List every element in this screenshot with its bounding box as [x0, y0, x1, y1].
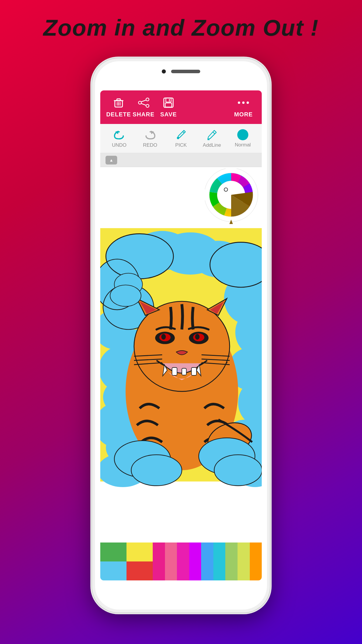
color-wheel-svg: [205, 169, 260, 230]
palette-right-strip: [153, 542, 262, 580]
svg-point-74: [110, 285, 141, 306]
svg-point-8: [146, 104, 149, 107]
collapse-button[interactable]: [106, 156, 117, 164]
color-swatch-blue[interactable]: [201, 542, 213, 580]
svg-point-6: [138, 101, 141, 104]
addline-button[interactable]: AddLine: [196, 129, 227, 148]
redo-icon: [144, 129, 156, 141]
color-swatch-lime[interactable]: [238, 542, 250, 580]
color-swatch-purple[interactable]: [189, 542, 201, 580]
color-palette: [100, 542, 262, 580]
phone-inner: DELETE SHARE: [95, 61, 267, 610]
pick-button[interactable]: PICK: [166, 129, 196, 148]
speaker-slot: [171, 70, 200, 73]
more-icon: [237, 97, 249, 109]
svg-line-21: [183, 132, 184, 133]
more-button[interactable]: MORE: [231, 97, 256, 118]
svg-point-58: [195, 334, 199, 340]
front-camera: [162, 69, 166, 74]
color-swatch-pink1[interactable]: [153, 542, 165, 580]
color-swatch-red[interactable]: [126, 561, 153, 580]
color-swatch-cyan[interactable]: [213, 542, 226, 580]
svg-point-80: [224, 188, 228, 191]
save-icon: [162, 97, 175, 109]
color-swatch-orange[interactable]: [250, 542, 262, 580]
svg-point-16: [242, 102, 245, 104]
trash-icon: [113, 97, 125, 109]
color-swatch-green[interactable]: [100, 542, 126, 561]
collapse-bar: [100, 153, 262, 167]
undo-icon: [113, 129, 125, 141]
save-button[interactable]: SAVE: [156, 97, 181, 118]
toolbar: DELETE SHARE: [100, 90, 262, 124]
screen: DELETE SHARE: [100, 90, 262, 580]
tool-row: UNDO REDO PICK: [100, 124, 262, 153]
svg-line-22: [213, 132, 215, 134]
svg-point-70: [131, 455, 182, 486]
color-swatch-magenta[interactable]: [177, 542, 189, 580]
color-wheel-popup[interactable]: [203, 167, 262, 231]
svg-line-10: [141, 104, 146, 105]
color-swatch-lightgreen[interactable]: [225, 542, 238, 580]
normal-button[interactable]: Normal: [227, 129, 258, 148]
headline: Zoom in and Zoom Out !: [0, 15, 362, 41]
svg-rect-60: [182, 368, 186, 375]
palette-left-grid: [100, 542, 153, 580]
svg-point-15: [238, 102, 240, 104]
svg-rect-2: [117, 99, 120, 101]
color-swatch-lightblue[interactable]: [100, 561, 126, 580]
svg-rect-12: [166, 98, 171, 102]
svg-line-9: [141, 100, 146, 102]
share-button[interactable]: SHARE: [131, 97, 156, 118]
svg-point-17: [247, 102, 249, 104]
phone-frame: DELETE SHARE: [92, 58, 270, 612]
circle-teal-icon: [237, 129, 248, 140]
undo-button[interactable]: UNDO: [104, 129, 135, 148]
redo-button[interactable]: REDO: [135, 129, 166, 148]
color-swatch-yellow[interactable]: [126, 542, 153, 561]
delete-button[interactable]: DELETE: [106, 97, 131, 118]
svg-rect-13: [165, 103, 172, 107]
svg-point-57: [161, 334, 166, 340]
svg-rect-59: [172, 368, 177, 375]
share-icon: [138, 97, 150, 109]
phone-top-bar: [162, 69, 200, 74]
color-swatch-pink2[interactable]: [165, 542, 177, 580]
svg-rect-61: [191, 368, 196, 375]
eyedropper-icon: [175, 129, 187, 141]
pen-icon: [206, 129, 218, 141]
svg-point-7: [146, 98, 149, 101]
svg-point-72: [214, 455, 262, 486]
canvas-area[interactable]: [100, 167, 262, 542]
